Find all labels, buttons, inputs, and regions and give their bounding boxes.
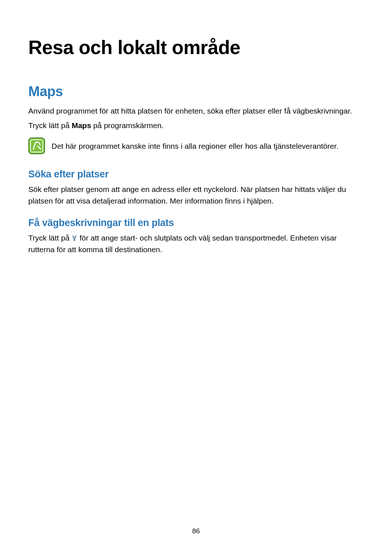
- intro-paragraph: Använd programmet för att hitta platsen …: [28, 105, 364, 117]
- sub-title-directions: Få vägbeskrivningar till en plats: [28, 217, 364, 229]
- chapter-title: Resa och lokalt område: [28, 36, 364, 58]
- sub1-text: Sök efter platser genom att ange en adre…: [28, 184, 364, 206]
- note-icon: [28, 138, 45, 154]
- tap-instruction: Tryck lätt på Maps på programskärmen.: [28, 120, 364, 131]
- note-row: Det här programmet kanske inte finns i a…: [28, 138, 364, 154]
- sub2-prefix: Tryck lätt på: [28, 234, 72, 242]
- sub-title-search: Söka efter platser: [28, 169, 364, 180]
- page-number: 86: [0, 527, 392, 535]
- tap-suffix: på programskärmen.: [91, 121, 164, 130]
- note-text: Det här programmet kanske inte finns i a…: [52, 138, 338, 152]
- tap-prefix: Tryck lätt på: [28, 121, 72, 130]
- page-content: Resa och lokalt område Maps Använd progr…: [0, 0, 392, 255]
- sub2-text: Tryck lätt på för att ange start- och sl…: [28, 232, 364, 255]
- tap-bold-app-name: Maps: [72, 121, 91, 130]
- directions-icon: [72, 233, 77, 239]
- section-title-maps: Maps: [28, 84, 364, 99]
